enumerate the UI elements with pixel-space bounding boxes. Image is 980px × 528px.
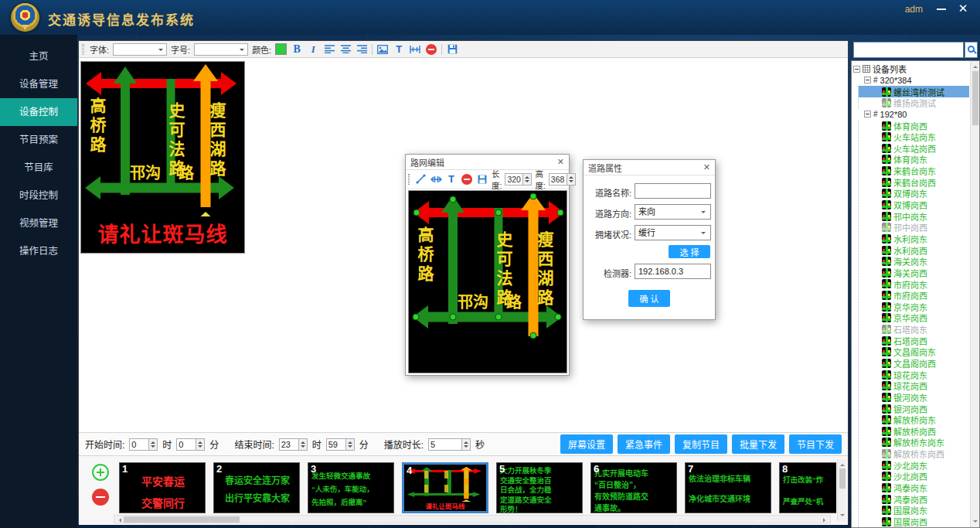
end-hour-spinner[interactable]: 23 — [279, 438, 308, 451]
congestion-select[interactable]: 缓行 — [635, 225, 711, 240]
device-item[interactable]: 京华岗西 — [859, 312, 969, 324]
device-item[interactable]: 文昌阁岗西 — [859, 358, 969, 370]
save-button[interactable] — [446, 43, 458, 56]
device-item[interactable]: 国展岗东 — [859, 505, 969, 516]
detector-input[interactable]: 192.168.0.3 — [635, 264, 711, 279]
device-item[interactable]: 来鹤台岗西 — [859, 176, 969, 188]
program-thumb-2[interactable]: 2春运安全连万家出行平安靠大家 — [213, 462, 300, 513]
device-item[interactable]: 体育岗东 — [859, 154, 969, 165]
scroll-up-icon[interactable] — [840, 462, 845, 466]
device-item[interactable]: 火车站岗西 — [859, 142, 969, 154]
spinner-arrows[interactable] — [196, 438, 205, 451]
device-item[interactable]: 琼花岗东 — [859, 369, 969, 380]
spinner-arrows[interactable] — [149, 438, 158, 451]
device-item[interactable]: 解放桥岗东 — [859, 414, 969, 426]
device-item[interactable]: 市府岗东 — [859, 278, 969, 290]
spinner-arrows[interactable] — [567, 173, 576, 186]
tree-root[interactable]: 设备列表 — [853, 63, 969, 75]
edit-canvas[interactable]: 高桥路史可法路瘦西湖路邗沟路请礼让斑马线 路网编辑 T — [79, 58, 848, 432]
program-thumb-5[interactable]: 5大力开展秋冬季交通安全整治百日会战，全力稳定道路交通安全形势！ — [496, 462, 583, 513]
program-thumb-1[interactable]: 1平安春运交警同行 — [119, 462, 206, 513]
device-item[interactable]: 解放桥岗西 — [859, 426, 969, 438]
screen-frame-button[interactable] — [409, 43, 421, 56]
device-item[interactable]: 琼花岗西 — [859, 380, 969, 392]
sidebar-item-4[interactable]: 节目预案 — [0, 126, 77, 154]
device-item[interactable]: 解放桥东岗西 — [859, 448, 969, 460]
align-center-button[interactable] — [339, 43, 352, 56]
action-button-3[interactable]: 复制节目 — [675, 434, 727, 454]
vertical-scrollbar[interactable] — [970, 61, 979, 527]
bold-button[interactable]: B — [291, 43, 303, 56]
save-button[interactable] — [476, 173, 488, 186]
scroll-right-icon[interactable] — [823, 518, 828, 523]
program-thumb-6[interactable]: 6扎实开展电动车“百日整治”，有效预防道路交通事故。 — [590, 462, 677, 513]
device-item[interactable]: 水利岗西 — [859, 244, 969, 256]
device-item[interactable]: 银河岗西 — [859, 403, 969, 414]
scrollbar-thumb[interactable] — [124, 516, 240, 523]
device-search-button[interactable] — [965, 42, 978, 58]
sidebar-item-8[interactable]: 操作日志 — [0, 237, 77, 265]
scrollbar-thumb[interactable] — [972, 71, 978, 125]
program-thumb-8[interactable]: 8打击改装“炸严查严处“机 — [779, 462, 836, 513]
device-item[interactable]: 维扬岗测试 — [859, 97, 969, 109]
action-button-4[interactable]: 批量下发 — [732, 434, 784, 454]
close-icon[interactable] — [703, 162, 710, 172]
align-left-button[interactable] — [323, 43, 335, 56]
device-item[interactable]: 体育岗西 — [859, 120, 969, 131]
sidebar-item-1[interactable]: 主页 — [0, 43, 77, 70]
scroll-down-icon[interactable] — [840, 514, 845, 519]
device-item[interactable]: 沙北岗西 — [859, 471, 969, 482]
action-button-5[interactable]: 节目下发 — [789, 434, 842, 454]
device-item[interactable]: 京华岗东 — [859, 301, 969, 312]
action-button-2[interactable]: 紧急事件 — [618, 434, 670, 454]
device-item[interactable]: 石塔岗东 — [859, 324, 969, 336]
draw-line-button[interactable] — [414, 173, 427, 186]
device-item[interactable]: 海关岗东 — [859, 256, 969, 267]
device-item[interactable]: 双博岗东 — [859, 188, 969, 199]
start-minute-value[interactable]: 0 — [176, 438, 196, 451]
italic-button[interactable]: I — [307, 43, 319, 56]
sidebar-item-6[interactable]: 时段控制 — [0, 182, 77, 209]
device-item[interactable]: 螺丝湾桥测试 — [859, 86, 969, 97]
led-display-preview[interactable]: 高桥路史可法路瘦西湖路邗沟路请礼让斑马线 — [80, 61, 245, 254]
collapse-icon[interactable] — [853, 66, 860, 73]
device-item[interactable]: 沙北岗东 — [859, 459, 969, 471]
device-item[interactable]: 火车站岗东 — [859, 131, 969, 143]
sidebar-item-3[interactable]: 设备控制 — [0, 98, 77, 126]
device-item[interactable]: 银河岗东 — [859, 392, 969, 404]
duration-value[interactable]: 5 — [428, 438, 462, 451]
device-search-input[interactable] — [853, 42, 964, 58]
select-detector-button[interactable]: 选 择 — [669, 245, 710, 258]
device-item[interactable]: 海关岗西 — [859, 267, 969, 279]
device-item[interactable]: 邗中岗西 — [859, 222, 969, 233]
delete-button[interactable] — [461, 173, 473, 186]
spinner-arrows[interactable] — [346, 438, 355, 451]
road-arrow-button[interactable] — [430, 173, 442, 186]
program-thumb-4[interactable]: 4请礼让斑马线 — [402, 462, 488, 513]
delete-button[interactable] — [425, 43, 437, 56]
start-hour-spinner[interactable]: 0 — [129, 438, 158, 451]
scroll-down-icon[interactable] — [973, 520, 978, 525]
vertical-scrollbar[interactable] — [837, 459, 846, 521]
road-direction-select[interactable]: 来向 — [635, 204, 711, 220]
program-thumb-7[interactable]: 7依法治理非标车辆净化城市交通环境 — [685, 462, 771, 513]
program-thumb-3[interactable]: 3发生轻微交通事故“人未伤，车能动，先拍照，后撤离” — [308, 462, 394, 513]
spinner-arrows[interactable] — [299, 438, 308, 451]
collapse-icon[interactable] — [864, 111, 871, 118]
tree-group-320*384[interactable]: #320*384 — [853, 75, 969, 87]
close-icon[interactable] — [557, 157, 564, 167]
device-item[interactable]: 文昌阁岗东 — [859, 346, 969, 358]
end-minute-value[interactable]: 59 — [326, 438, 346, 451]
spinner-arrows[interactable] — [523, 173, 532, 186]
remove-program-button[interactable] — [92, 489, 109, 506]
road-network-canvas[interactable]: 高桥路史可法路瘦西湖路邗沟路 — [408, 190, 567, 373]
collapse-icon[interactable] — [864, 77, 871, 83]
dialog-titlebar[interactable]: 道路属性 — [584, 160, 715, 175]
insert-text-button[interactable]: T — [393, 43, 405, 56]
device-item[interactable]: 市府岗西 — [859, 290, 969, 301]
action-button-1[interactable]: 屏幕设置 — [560, 434, 613, 454]
scroll-left-icon[interactable] — [117, 518, 121, 523]
align-right-button[interactable] — [356, 43, 368, 56]
add-program-button[interactable] — [92, 464, 109, 481]
close-icon[interactable] — [957, 3, 969, 14]
